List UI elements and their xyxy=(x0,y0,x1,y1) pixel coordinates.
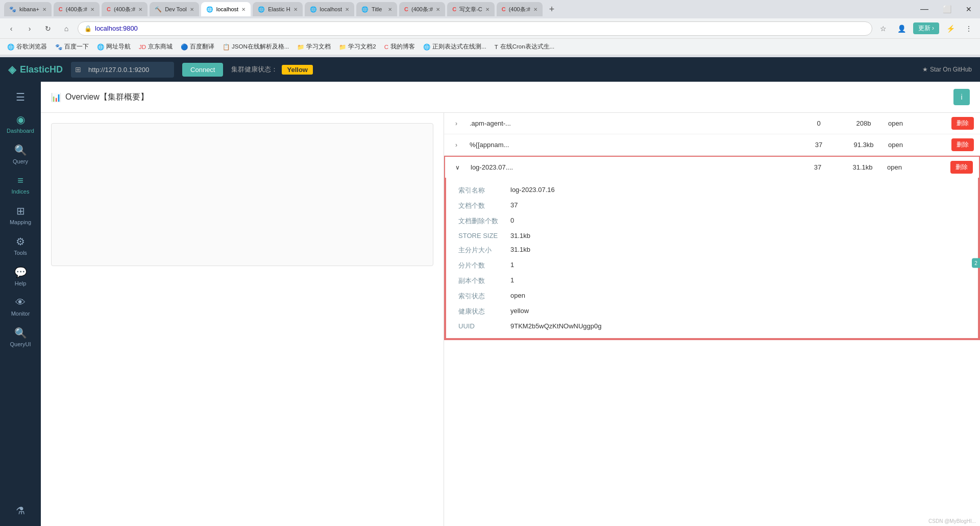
tab-close-btn[interactable]: ✕ xyxy=(345,7,349,12)
tab-label: Dev Tool xyxy=(165,6,187,12)
profile-btn[interactable]: 👤 xyxy=(895,21,909,36)
close-btn[interactable]: ✕ xyxy=(962,3,976,15)
sidebar-item-indices[interactable]: ≡ Indices xyxy=(0,170,41,200)
watermark: CSDN @MyBlogHI... xyxy=(928,518,976,524)
tab-label: Elastic H xyxy=(268,6,290,12)
sidebar-item-queryui[interactable]: 🔍 QueryUI xyxy=(0,322,41,352)
tab-400-3[interactable]: C (400条:# ✕ xyxy=(399,2,445,16)
tab-kibana[interactable]: 🐾 kibana+ ✕ xyxy=(4,2,52,16)
doc-count-label: 文档个数 xyxy=(458,201,498,210)
server-url-input[interactable] xyxy=(83,63,170,77)
page-title-text: Overview【集群概要】 xyxy=(65,92,149,103)
sidebar-item-dashboard[interactable]: ◉ Dashboard xyxy=(0,108,41,139)
info-button[interactable]: i xyxy=(953,89,970,105)
health-value: yellow xyxy=(510,307,966,315)
tab-close-btn[interactable]: ✕ xyxy=(533,7,537,12)
tab-400-1[interactable]: C (400条:# ✕ xyxy=(54,2,100,16)
browser-tab-bar: 🐾 kibana+ ✕ C (400条:# ✕ C (400条:# ✕ 🔨 De… xyxy=(0,0,980,18)
tab-close-btn[interactable]: ✕ xyxy=(241,7,246,12)
github-link[interactable]: ★ Star On GitHub xyxy=(922,66,972,73)
bookmark-translate[interactable]: 🔵 百度翻译 xyxy=(178,42,217,52)
bookmark-blog[interactable]: C 我的博客 xyxy=(381,42,418,52)
index-status-label: 索引状态 xyxy=(458,292,498,301)
tab-close-btn[interactable]: ✕ xyxy=(42,7,46,12)
menu-icon: ☰ xyxy=(16,91,25,103)
bookmark-json[interactable]: 📋 JSON在线解析及格... xyxy=(219,42,292,52)
app-logo: ◈ ElasticHD xyxy=(8,63,63,76)
delete-row3-btn[interactable]: 删除 xyxy=(950,161,973,174)
tab-close-btn[interactable]: ✕ xyxy=(485,7,489,12)
expand-row3-btn[interactable]: ∨ xyxy=(451,161,463,174)
connect-button[interactable]: Connect xyxy=(182,63,223,77)
bookmark-icon: JD xyxy=(139,44,146,50)
tab-400-4[interactable]: C (400条:# ✕ xyxy=(497,2,543,16)
index-name-3: log-2023.07.... xyxy=(471,163,793,171)
forward-btn[interactable]: › xyxy=(22,21,37,36)
bookmark-learn1[interactable]: 📁 学习文档 xyxy=(294,42,334,52)
tab-label: Title xyxy=(372,6,382,12)
detail-grid: 索引名称 log-2023.07.16 文档个数 37 文档删除个数 0 STO… xyxy=(458,186,966,330)
bookmark-icon: 📁 xyxy=(339,43,346,51)
bookmark-regex[interactable]: 🌐 正则表达式在线测... xyxy=(420,42,489,52)
monitor-icon: 👁 xyxy=(15,297,26,308)
store-size-3: 31.1kb xyxy=(842,163,883,171)
sidebar-item-help[interactable]: 💬 Help xyxy=(0,261,41,292)
bookmark-label: 学习文档 xyxy=(306,43,331,51)
update-btn[interactable]: 更新 › xyxy=(913,22,939,34)
reload-btn[interactable]: ↻ xyxy=(41,21,55,36)
window-controls: — ⬜ ✕ xyxy=(916,3,976,16)
bookmark-btn[interactable]: ☆ xyxy=(876,21,891,36)
back-btn[interactable]: ‹ xyxy=(4,21,18,36)
bookmark-learn2[interactable]: 📁 学习文档2 xyxy=(336,42,379,52)
page-header: 📊 Overview【集群概要】 i xyxy=(41,82,980,113)
bookmark-jd[interactable]: JD 京东商城 xyxy=(136,42,176,52)
inner-layout: › .apm-agent-... 0 208b open 删除 › xyxy=(41,113,980,526)
tab-close-btn[interactable]: ✕ xyxy=(190,7,194,12)
bookmark-icon: 📁 xyxy=(297,43,304,51)
cluster-status-label: 集群健康状态： xyxy=(231,65,278,74)
home-btn[interactable]: ⌂ xyxy=(59,21,74,36)
menu-btn[interactable]: ⋮ xyxy=(962,21,976,36)
uuid-label: UUID xyxy=(458,322,498,330)
minimize-btn[interactable]: — xyxy=(916,3,933,16)
sidebar-item-query[interactable]: 🔍 Query xyxy=(0,139,41,170)
tab-write[interactable]: C 写文章-C ✕ xyxy=(447,2,495,16)
bookmark-baidu[interactable]: 🐾 百度一下 xyxy=(52,42,92,52)
tab-localhost2[interactable]: 🌐 localhost ✕ xyxy=(305,2,354,16)
tab-close-btn[interactable]: ✕ xyxy=(138,7,142,12)
sidebar-item-menu[interactable]: ☰ xyxy=(0,86,41,108)
tab-close-btn[interactable]: ✕ xyxy=(293,7,298,12)
sidebar-label-query: Query xyxy=(13,158,28,164)
new-tab-button[interactable]: + xyxy=(545,2,559,16)
tab-localhost[interactable]: 🌐 localhost ✕ xyxy=(201,2,251,16)
expand-row1-btn[interactable]: › xyxy=(450,117,462,130)
bookmark-cron[interactable]: T 在线Cron表达式生... xyxy=(492,42,558,52)
address-bar[interactable]: 🔒 localhost:9800 xyxy=(78,21,872,36)
sidebar-item-monitor[interactable]: 👁 Monitor xyxy=(0,292,41,322)
tab-title[interactable]: 🌐 Title ✕ xyxy=(356,2,397,16)
bookmark-label: JSON在线解析及格... xyxy=(232,43,289,51)
sidebar-item-bottom[interactable]: ⚗ xyxy=(0,499,41,522)
extensions-btn[interactable]: ⚡ xyxy=(943,21,958,36)
delete-row1-btn[interactable]: 删除 xyxy=(951,117,974,130)
sidebar-label-queryui: QueryUI xyxy=(10,341,31,347)
sidebar-item-tools[interactable]: ⚙ Tools xyxy=(0,230,41,261)
expand-row2-btn[interactable]: › xyxy=(450,139,462,151)
tab-close-btn[interactable]: ✕ xyxy=(388,7,392,12)
tab-label: localhost xyxy=(320,6,342,12)
index-name-2: %{[appnam... xyxy=(470,141,794,149)
tab-400-2[interactable]: C (400条:# ✕ xyxy=(102,2,148,16)
tab-devtools[interactable]: 🔨 Dev Tool ✕ xyxy=(150,2,199,16)
bookmark-label: 我的博客 xyxy=(390,43,415,51)
scroll-notification-badge[interactable]: 2 xyxy=(972,258,980,268)
tab-close-btn[interactable]: ✕ xyxy=(90,7,94,12)
status-3: open xyxy=(887,163,928,171)
bookmark-nav[interactable]: 🌐 网址导航 xyxy=(94,42,134,52)
restore-btn[interactable]: ⬜ xyxy=(939,3,955,15)
bookmark-google[interactable]: 🌐 谷歌浏览器 xyxy=(4,42,50,52)
tab-elastic[interactable]: 🌐 Elastic H ✕ xyxy=(253,2,302,16)
tab-close-btn[interactable]: ✕ xyxy=(436,7,440,12)
delete-row2-btn[interactable]: 删除 xyxy=(951,138,974,151)
bookmark-icon: T xyxy=(495,44,498,50)
sidebar-item-mapping[interactable]: ⊞ Mapping xyxy=(0,200,41,230)
